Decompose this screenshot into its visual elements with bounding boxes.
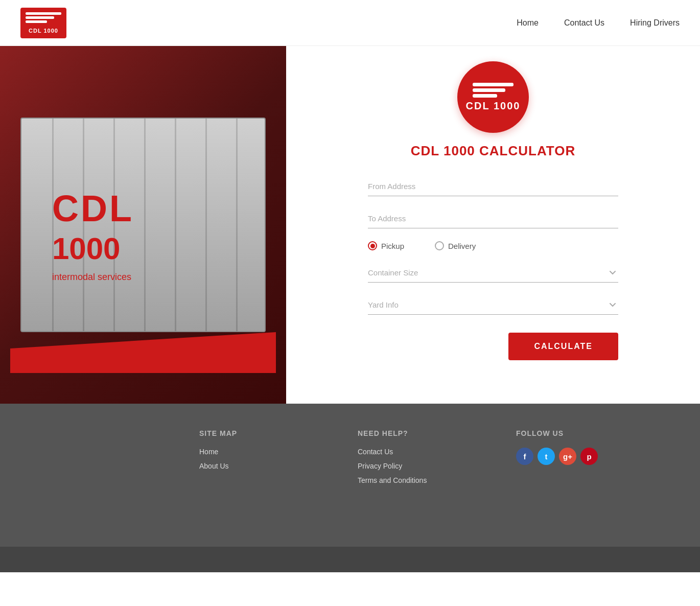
logo: CDL 1000 xyxy=(20,8,66,38)
pickup-radio-button[interactable] xyxy=(368,241,377,250)
delivery-label: Delivery xyxy=(448,242,476,250)
to-address-group xyxy=(368,209,618,228)
help-terms-link[interactable]: Terms and Conditions xyxy=(358,476,485,484)
rib xyxy=(205,119,207,331)
pickup-label: Pickup xyxy=(381,242,404,250)
sitemap-about-link[interactable]: About Us xyxy=(199,462,327,470)
bottom-bar xyxy=(0,547,700,572)
logo-area: CDL 1000 xyxy=(20,8,66,38)
main-section: CDL 1000 intermodal services CDL 1000 CD… xyxy=(0,46,700,404)
from-address-input[interactable] xyxy=(368,177,618,196)
to-address-input[interactable] xyxy=(368,209,618,228)
nav-home[interactable]: Home xyxy=(517,18,539,28)
logo-text: CDL 1000 xyxy=(29,28,58,34)
sitemap-heading: Site Map xyxy=(199,429,327,437)
from-address-group xyxy=(368,177,618,196)
footer-help: NEED HELP? Contact Us Privacy Policy Ter… xyxy=(342,429,501,521)
footer: Site Map Home About Us NEED HELP? Contac… xyxy=(0,404,700,547)
calculator-form: Pickup Delivery Container Size 20ft 40ft… xyxy=(368,177,618,360)
pickup-radio-label[interactable]: Pickup xyxy=(368,241,404,250)
truck-background: CDL 1000 intermodal services xyxy=(0,46,286,404)
container-body: CDL 1000 intermodal services xyxy=(20,118,266,332)
help-heading: NEED HELP? xyxy=(358,429,485,437)
follow-heading: FOLLOW US xyxy=(516,429,644,437)
delivery-radio-button[interactable] xyxy=(435,241,444,250)
calculator-title: CDL 1000 CALCULATOR xyxy=(411,143,575,159)
nav-hiring[interactable]: Hiring Drivers xyxy=(630,18,680,28)
rib xyxy=(236,119,238,331)
container-subtitle: intermodal services xyxy=(52,272,131,283)
help-privacy-link[interactable]: Privacy Policy xyxy=(358,462,485,470)
rib xyxy=(144,119,146,331)
hero-image-panel: CDL 1000 intermodal services xyxy=(0,46,286,404)
rib xyxy=(175,119,176,331)
nav: Home Contact Us Hiring Drivers xyxy=(517,18,680,28)
google-plus-icon[interactable]: g+ xyxy=(559,448,576,465)
truck-visual: CDL 1000 intermodal services xyxy=(10,77,276,373)
social-icons-group: f t g+ p xyxy=(516,448,644,465)
pinterest-icon[interactable]: p xyxy=(580,448,598,465)
delivery-radio-label[interactable]: Delivery xyxy=(435,241,476,250)
calculate-button[interactable]: CALCULATE xyxy=(508,333,618,360)
button-row: CALCULATE xyxy=(368,328,618,360)
service-type-radio-group: Pickup Delivery xyxy=(368,241,618,250)
red-accent xyxy=(10,332,276,373)
container-cdl-text: CDL xyxy=(52,190,134,227)
yard-info-select[interactable]: Yard Info Yard 1 Yard 2 xyxy=(368,295,618,315)
footer-spacer xyxy=(41,429,184,521)
twitter-icon[interactable]: t xyxy=(538,448,555,465)
help-contact-link[interactable]: Contact Us xyxy=(358,448,485,456)
cdl-logo-circle-text: CDL 1000 xyxy=(466,100,521,112)
footer-sitemap: Site Map Home About Us xyxy=(184,429,342,521)
calculator-panel: CDL 1000 CDL 1000 CALCULATOR Pickup xyxy=(286,46,700,404)
cdl-logo-circle-stripes xyxy=(473,83,514,98)
cdl-logo-circle: CDL 1000 xyxy=(457,61,529,133)
footer-follow: FOLLOW US f t g+ p xyxy=(501,429,659,521)
container-size-group: Container Size 20ft 40ft 45ft xyxy=(368,263,618,283)
header: CDL 1000 Home Contact Us Hiring Drivers xyxy=(0,0,700,46)
yard-info-group: Yard Info Yard 1 Yard 2 xyxy=(368,295,618,315)
facebook-icon[interactable]: f xyxy=(516,448,533,465)
container-1000-text: 1000 xyxy=(52,231,120,266)
container-size-select[interactable]: Container Size 20ft 40ft 45ft xyxy=(368,263,618,283)
sitemap-home-link[interactable]: Home xyxy=(199,448,327,456)
nav-contact[interactable]: Contact Us xyxy=(564,18,604,28)
logo-stripes xyxy=(26,12,61,27)
